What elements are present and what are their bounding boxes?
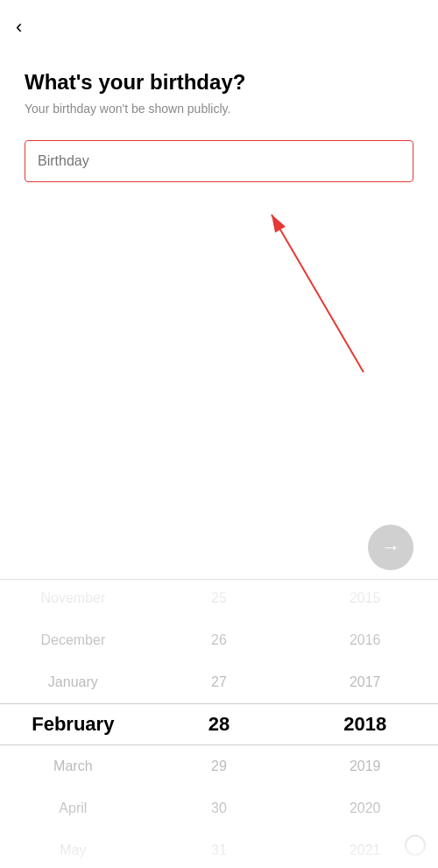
- picker-item[interactable]: 2021: [343, 829, 386, 869]
- picker-item[interactable]: February: [32, 703, 114, 745]
- picker-item[interactable]: 2019: [343, 745, 386, 787]
- next-button[interactable]: →: [368, 525, 413, 570]
- picker-item[interactable]: April: [32, 787, 114, 829]
- picker-item[interactable]: 29: [208, 745, 230, 787]
- picker-item[interactable]: 30: [208, 787, 230, 829]
- picker-item[interactable]: 31: [208, 829, 230, 869]
- picker-item[interactable]: March: [32, 745, 114, 787]
- birthday-input-wrapper[interactable]: [25, 140, 413, 182]
- picker-item[interactable]: 28: [208, 703, 230, 745]
- picker-item[interactable]: January: [32, 661, 114, 703]
- picker-item[interactable]: 25: [208, 579, 230, 619]
- picker-item[interactable]: 27: [208, 661, 230, 703]
- main-content: What's your birthday? Your birthday won'…: [0, 0, 438, 182]
- picker-item[interactable]: 2017: [343, 661, 386, 703]
- circle-indicator: [405, 835, 426, 856]
- page-subtitle: Your birthday won't be shown publicly.: [25, 102, 413, 116]
- month-picker-column[interactable]: NovemberDecemberJanuaryFebruaryMarchApri…: [0, 580, 146, 868]
- annotation-arrow: [0, 162, 438, 390]
- svg-line-1: [272, 215, 364, 372]
- birthday-input[interactable]: [38, 153, 400, 169]
- page-title: What's your birthday?: [25, 70, 413, 95]
- picker-item[interactable]: 2020: [343, 787, 386, 829]
- next-arrow-icon: →: [381, 538, 400, 557]
- picker-item[interactable]: November: [32, 579, 114, 619]
- picker-item[interactable]: 26: [208, 619, 230, 661]
- picker-item[interactable]: May: [32, 829, 114, 869]
- picker-item[interactable]: 2018: [343, 703, 386, 745]
- picker-item[interactable]: 2015: [343, 579, 386, 619]
- date-picker[interactable]: NovemberDecemberJanuaryFebruaryMarchApri…: [0, 579, 438, 868]
- day-picker-column[interactable]: 25262728293031: [146, 580, 293, 868]
- year-picker-column[interactable]: 2015201620172018201920202021: [292, 580, 438, 868]
- back-button[interactable]: ‹: [16, 16, 22, 39]
- picker-item[interactable]: December: [32, 619, 114, 661]
- picker-item[interactable]: 2016: [343, 619, 386, 661]
